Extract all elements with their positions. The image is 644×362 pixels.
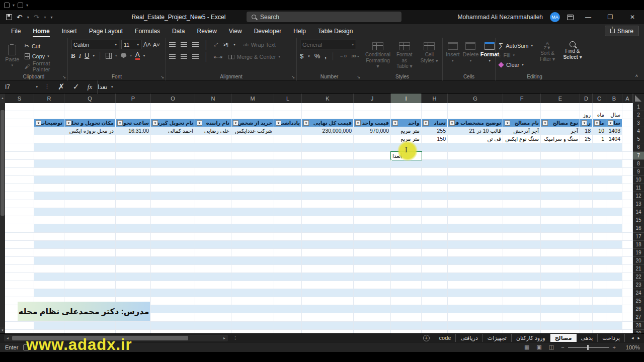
grid-cell-P8[interactable] [116,160,151,168]
grid-cell-O16[interactable] [151,224,195,232]
grid-cell-L7[interactable] [274,152,302,160]
filter-icon[interactable]: ▼ [449,120,455,126]
grid-cell-G20[interactable] [448,257,503,265]
row-header-14[interactable]: 14 [633,208,644,216]
grid-cell-O20[interactable] [151,257,195,265]
bold-button[interactable]: B [71,52,75,60]
grid-cell-I21[interactable] [391,265,422,273]
grid-cell-H8[interactable] [422,160,448,168]
grid-cell-P14[interactable] [116,208,151,216]
grid-cell-G27[interactable] [448,313,503,321]
grid-cell-L18[interactable] [274,241,302,249]
grid-cell-K23[interactable] [302,281,354,289]
grid-cell-S24[interactable] [5,289,34,297]
grid-cell-R29[interactable] [34,330,64,333]
align-right-icon[interactable] [192,54,199,59]
grid-cell-K4[interactable]: 230,000,000 [302,127,354,135]
grid-cell-K1[interactable] [302,103,354,111]
grid-cell-L19[interactable] [274,249,302,257]
autosum-button[interactable]: ∑AutoSum▾ [499,41,533,50]
filter-icon[interactable]: ▼ [505,120,510,126]
grid-cell-N26[interactable] [195,305,231,313]
format-as-table-button[interactable]: Format asTable ▾ [393,40,415,72]
grid-cell-H5[interactable]: 150 [422,135,448,143]
grid-cell-G28[interactable] [448,322,503,330]
grid-cell-J14[interactable] [354,208,391,216]
grid-cell-P11[interactable] [116,184,151,192]
grid-cell-M8[interactable] [231,160,274,168]
avatar[interactable]: MA [550,12,560,22]
grid-cell-B11[interactable] [606,184,622,192]
grid-cell-B19[interactable] [606,249,622,257]
grid-cell-B26[interactable] [606,305,622,313]
grid-cell-I10[interactable] [391,176,422,184]
grid-cell-E18[interactable] [541,241,580,249]
grid-cell-C21[interactable] [593,265,606,273]
grid-cell-N18[interactable] [195,241,231,249]
grid-cell-J5[interactable] [354,135,391,143]
grid-cell-N5[interactable] [195,135,231,143]
grid-cell-M6[interactable] [231,143,274,151]
grid-cell-R16[interactable] [34,224,64,232]
grid-cell-I24[interactable] [391,289,422,297]
grid-cell-M27[interactable] [231,313,274,321]
column-header-K[interactable]: K [302,94,354,103]
grid-cell-E10[interactable] [541,176,580,184]
grid-cell-O11[interactable] [151,184,195,192]
grid-cell-L12[interactable] [274,192,302,200]
grid-cell-H9[interactable] [422,168,448,176]
row-header-3[interactable]: 3 [633,119,644,127]
grid-cell-B22[interactable] [606,273,622,281]
grid-cell-G11[interactable] [448,184,503,192]
grid-cell-K27[interactable] [302,313,354,321]
grid-cell-L14[interactable] [274,208,302,216]
grid-cell-R3[interactable]: ▼توضیحات [34,119,64,127]
grid-cell-R28[interactable] [34,322,64,330]
grid-cell-M2[interactable] [231,111,274,119]
grid-cell-C22[interactable] [593,273,606,281]
grid-cell-O19[interactable] [151,249,195,257]
grid-cell-I16[interactable] [391,224,422,232]
font-name-select[interactable]: Calibri▾ [71,40,119,49]
grid-cell-L17[interactable] [274,233,302,241]
grid-cell-C29[interactable] [593,330,606,333]
grid-cell-O23[interactable] [151,281,195,289]
grid-cell-I20[interactable] [391,257,422,265]
grid-cell-I4[interactable]: متر مربع [391,127,422,135]
row-header-26[interactable]: 26 [633,305,644,313]
grid-cell-R9[interactable] [34,168,64,176]
grid-cell-D20[interactable] [580,257,593,265]
grid-cell-F23[interactable] [503,281,541,289]
row-header-16[interactable]: 16 [633,224,644,232]
grid-cell-Q28[interactable] [64,322,116,330]
grid-cell-M9[interactable] [231,168,274,176]
grid-cell-L6[interactable] [274,143,302,151]
sheet-tab-بدهی[interactable]: بدهی [577,334,598,342]
grid-cell-O21[interactable] [151,265,195,273]
grid-cell-B28[interactable] [606,322,622,330]
grid-cell-G26[interactable] [448,305,503,313]
column-header-D[interactable]: D [580,94,593,103]
grid-cell-N20[interactable] [195,257,231,265]
tab-page-layout[interactable]: Page Layout [83,25,129,37]
row-header-7[interactable]: 7 [633,152,644,160]
grid-cell-S4[interactable] [5,127,34,135]
grid-cell-E7[interactable] [541,152,580,160]
sheet-tab-ورود کارکنان[interactable]: ورود کارکنان [512,334,550,342]
grid-cell-E12[interactable] [541,192,580,200]
tab-view[interactable]: View [223,25,248,37]
grid-cell-N9[interactable] [195,168,231,176]
grid-cell-D28[interactable] [580,322,593,330]
grid-cell-G21[interactable] [448,265,503,273]
grid-cell-F29[interactable] [503,330,541,333]
grid-cell-Q6[interactable] [64,143,116,151]
grid-cell-O7[interactable] [151,152,195,160]
filter-icon[interactable]: ▼ [423,120,429,126]
grid-cell-A10[interactable] [622,176,633,184]
grid-cell-J1[interactable] [354,103,391,111]
sheet-tab-تجهیزات[interactable]: تجهیزات [483,334,512,342]
grid-cell-G17[interactable] [448,233,503,241]
middle-align-icon[interactable] [181,42,187,47]
grid-cell-H18[interactable] [422,241,448,249]
grid-cell-A28[interactable] [622,322,633,330]
